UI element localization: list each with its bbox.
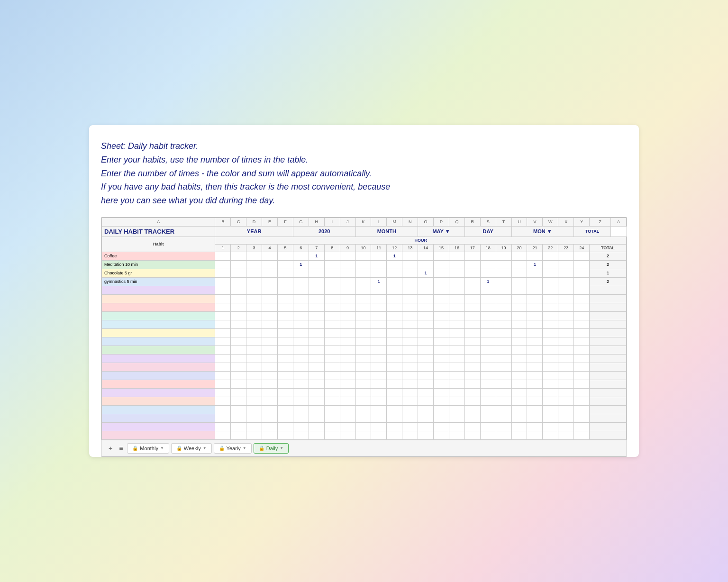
hour-cell-11[interactable]	[371, 286, 387, 294]
hour-cell-5[interactable]	[277, 388, 293, 397]
hour-cell-13[interactable]	[402, 286, 418, 294]
hour-cell-4[interactable]	[262, 269, 278, 277]
hour-cell-14[interactable]	[418, 431, 434, 439]
hour-cell-11[interactable]	[371, 431, 387, 439]
hour-cell-20[interactable]	[511, 414, 527, 422]
hour-cell-19[interactable]	[496, 328, 511, 337]
hour-cell-5[interactable]	[277, 337, 293, 346]
hour-cell-6[interactable]	[293, 311, 309, 320]
hour-cell-3[interactable]	[246, 277, 262, 286]
hour-cell-5[interactable]	[277, 405, 293, 414]
hour-cell-24[interactable]	[574, 388, 590, 397]
habit-name-cell[interactable]	[102, 294, 215, 303]
hour-cell-19[interactable]	[496, 294, 511, 303]
hour-cell-15[interactable]	[434, 277, 449, 286]
hour-cell-10[interactable]	[355, 328, 371, 337]
hour-cell-4[interactable]	[262, 294, 278, 303]
hour-cell-2[interactable]	[231, 431, 246, 439]
hour-cell-7[interactable]	[309, 277, 324, 286]
hour-cell-4[interactable]	[262, 286, 278, 294]
hour-cell-12[interactable]	[387, 414, 402, 422]
hour-cell-18[interactable]	[480, 380, 496, 388]
hour-cell-23[interactable]	[558, 388, 574, 397]
hour-cell-10[interactable]	[355, 277, 371, 286]
hour-cell-6[interactable]: 1	[293, 260, 309, 269]
hour-cell-20[interactable]	[511, 328, 527, 337]
hour-cell-23[interactable]	[558, 422, 574, 431]
hour-cell-15[interactable]	[434, 269, 449, 277]
hour-cell-16[interactable]	[449, 286, 464, 294]
habit-name-cell[interactable]	[102, 422, 215, 431]
hour-cell-10[interactable]	[355, 354, 371, 363]
tab-daily[interactable]: 🔒 Daily ▼	[254, 443, 289, 454]
hour-cell-23[interactable]	[558, 294, 574, 303]
hour-cell-7[interactable]	[309, 414, 324, 422]
hour-cell-18[interactable]	[480, 269, 496, 277]
hour-cell-22[interactable]	[543, 397, 558, 405]
hour-cell-14[interactable]	[418, 405, 434, 414]
hour-cell-24[interactable]	[574, 311, 590, 320]
hour-cell-23[interactable]	[558, 414, 574, 422]
hour-cell-22[interactable]	[543, 380, 558, 388]
hour-cell-9[interactable]	[340, 388, 355, 397]
hour-cell-19[interactable]	[496, 346, 511, 354]
hour-cell-21[interactable]	[527, 346, 543, 354]
hour-cell-8[interactable]	[324, 252, 340, 260]
hour-cell-18[interactable]	[480, 303, 496, 311]
hour-cell-11[interactable]	[371, 346, 387, 354]
habit-name-cell[interactable]	[102, 337, 215, 346]
hour-cell-21[interactable]	[527, 294, 543, 303]
hour-cell-17[interactable]	[464, 380, 480, 388]
hour-cell-3[interactable]	[246, 252, 262, 260]
hour-cell-2[interactable]	[231, 277, 246, 286]
hour-cell-2[interactable]	[231, 346, 246, 354]
hour-cell-21[interactable]	[527, 320, 543, 328]
hour-cell-17[interactable]	[464, 328, 480, 337]
hour-cell-4[interactable]	[262, 371, 278, 380]
hour-cell-11[interactable]	[371, 260, 387, 269]
hour-cell-16[interactable]	[449, 346, 464, 354]
hour-cell-7[interactable]	[309, 431, 324, 439]
hour-cell-24[interactable]	[574, 397, 590, 405]
hour-cell-11[interactable]	[371, 371, 387, 380]
hour-cell-3[interactable]	[246, 371, 262, 380]
hour-cell-1[interactable]	[215, 286, 231, 294]
hour-cell-11[interactable]	[371, 294, 387, 303]
hour-cell-14[interactable]	[418, 337, 434, 346]
hour-cell-8[interactable]	[324, 397, 340, 405]
hour-cell-1[interactable]	[215, 397, 231, 405]
hour-cell-17[interactable]	[464, 311, 480, 320]
habit-name-cell[interactable]	[102, 431, 215, 439]
hour-cell-9[interactable]	[340, 311, 355, 320]
habit-name-cell[interactable]	[102, 380, 215, 388]
hour-cell-1[interactable]	[215, 346, 231, 354]
hour-cell-1[interactable]	[215, 431, 231, 439]
hour-cell-17[interactable]	[464, 431, 480, 439]
hour-cell-12[interactable]	[387, 328, 402, 337]
hour-cell-2[interactable]	[231, 260, 246, 269]
hour-cell-19[interactable]	[496, 354, 511, 363]
hour-cell-14[interactable]	[418, 320, 434, 328]
hour-cell-20[interactable]	[511, 252, 527, 260]
hour-cell-12[interactable]	[387, 260, 402, 269]
hour-cell-21[interactable]	[527, 397, 543, 405]
hour-cell-11[interactable]	[371, 303, 387, 311]
habit-name-cell[interactable]	[102, 388, 215, 397]
hour-cell-5[interactable]	[277, 277, 293, 286]
hour-cell-1[interactable]	[215, 371, 231, 380]
hour-cell-23[interactable]	[558, 346, 574, 354]
hour-cell-18[interactable]	[480, 405, 496, 414]
hour-cell-18[interactable]	[480, 346, 496, 354]
hour-cell-8[interactable]	[324, 354, 340, 363]
hour-cell-7[interactable]	[309, 328, 324, 337]
hour-cell-23[interactable]	[558, 328, 574, 337]
hour-cell-16[interactable]	[449, 405, 464, 414]
hour-cell-16[interactable]	[449, 294, 464, 303]
hour-cell-2[interactable]	[231, 405, 246, 414]
hour-cell-3[interactable]	[246, 422, 262, 431]
hour-cell-6[interactable]	[293, 371, 309, 380]
hour-cell-23[interactable]	[558, 269, 574, 277]
hour-cell-17[interactable]	[464, 260, 480, 269]
hour-cell-1[interactable]	[215, 328, 231, 337]
hour-cell-11[interactable]	[371, 397, 387, 405]
